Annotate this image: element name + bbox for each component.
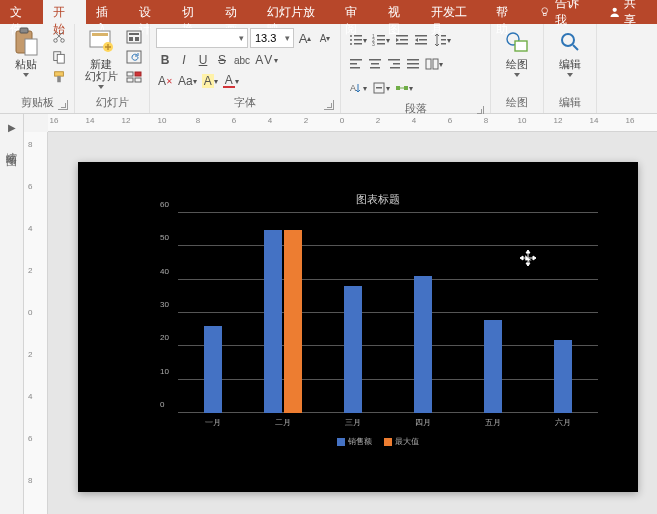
tab-review[interactable]: 审阅 [335,0,378,24]
svg-point-26 [350,39,352,41]
group-slides: 新建 幻灯片 幻灯片 [75,24,150,113]
font-name-combo[interactable]: ▾ [156,28,248,48]
share-button[interactable]: 共享 [599,0,657,24]
highlight-button[interactable]: A▾ [200,72,220,90]
text-shadow-button[interactable]: abc [232,51,252,69]
svg-rect-9 [57,54,64,63]
svg-rect-36 [396,35,408,37]
columns-button[interactable]: ▾ [423,55,445,73]
slide[interactable]: 图表标题 0102030405060 一月二月三月四月五月六月 销售额最大值 [78,162,638,492]
svg-rect-51 [388,59,400,61]
font-size-input[interactable] [251,32,281,44]
tab-home[interactable]: 开始 [43,0,86,24]
thumbnails-label: 缩略图 [4,143,19,149]
horizontal-ruler[interactable]: 1614121086420246810121416 [48,114,657,132]
editing-button[interactable]: 编辑 [550,28,590,77]
svg-rect-38 [396,43,408,45]
paste-button[interactable]: 粘贴 [6,28,46,77]
tab-bar: 文件 开始 插入 设计 切换 动画 幻灯片放映 审阅 视图 开发工具 帮助 告诉… [0,0,657,24]
tab-design[interactable]: 设计 [129,0,172,24]
tab-animation[interactable]: 动画 [215,0,258,24]
align-text-button[interactable]: ▾ [370,79,392,97]
tell-me[interactable]: 告诉我 [529,0,599,24]
expand-thumbnails-button[interactable]: ▶ [8,122,16,133]
svg-rect-47 [350,67,360,69]
group-editing-label: 编辑 [559,96,581,108]
bullets-button[interactable]: ▾ [347,31,369,49]
clipboard-launcher[interactable] [58,100,68,110]
format-painter-button[interactable] [50,68,68,86]
chevron-down-icon[interactable]: ▾ [235,33,247,43]
numbering-button[interactable]: 123▾ [370,31,392,49]
indent-decrease-button[interactable] [393,31,411,49]
chart-bar [414,276,432,413]
strikethrough-button[interactable]: S [213,51,231,69]
ruler-tick: 6 [28,182,32,191]
chart-x-tick: 四月 [388,413,458,428]
ruler-tick: 8 [28,476,32,485]
align-left-icon [349,57,363,71]
vertical-ruler[interactable]: 864202468 [24,132,48,514]
svg-rect-19 [127,51,141,63]
clear-format-button[interactable]: A✕ [156,72,175,90]
underline-icon: U [199,53,208,67]
smartart-button[interactable]: ▾ [393,79,415,97]
ruler-tick: 2 [304,116,308,125]
tab-view[interactable]: 视图 [378,0,421,24]
align-right-button[interactable] [385,55,403,73]
font-color-button[interactable]: A▾ [221,72,241,90]
bold-button[interactable]: B [156,51,174,69]
ruler-tick: 4 [28,392,32,401]
chart-x-tick: 五月 [458,413,528,428]
drawing-label: 绘图 [506,58,528,70]
tab-slideshow[interactable]: 幻灯片放映 [257,0,334,24]
chart-y-tick: 40 [160,266,169,275]
text-direction-button[interactable]: A▾ [347,79,369,97]
chevron-down-icon[interactable]: ▾ [281,33,293,43]
layout-button[interactable] [125,28,143,46]
shrink-font-button[interactable]: A▾ [316,29,334,47]
copy-button[interactable] [50,48,68,66]
char-spacing-button[interactable]: AV▾ [253,51,280,69]
align-left-button[interactable] [347,55,365,73]
svg-rect-46 [350,63,357,65]
spacing-icon: AV [255,53,274,67]
align-justify-button[interactable] [404,55,422,73]
svg-point-2 [612,8,616,12]
columns-icon [425,57,439,71]
svg-rect-43 [441,39,446,41]
font-name-input[interactable] [157,32,235,44]
change-case-button[interactable]: Aa▾ [176,72,199,90]
svg-rect-25 [354,35,362,37]
chart-title: 图表标题 [158,192,598,207]
slide-canvas[interactable]: 图表标题 0102030405060 一月二月三月四月五月六月 销售额最大值 [48,132,657,514]
paste-label: 粘贴 [15,58,37,70]
group-editing: 编辑 编辑 [544,24,597,113]
svg-rect-40 [419,39,427,41]
italic-button[interactable]: I [175,51,193,69]
font-launcher[interactable] [324,100,334,110]
underline-button[interactable]: U [194,51,212,69]
grow-font-button[interactable]: A▴ [296,29,314,47]
chart-object[interactable]: 图表标题 0102030405060 一月二月三月四月五月六月 销售额最大值 [158,192,598,452]
tab-transition[interactable]: 切换 [172,0,215,24]
tab-developer[interactable]: 开发工具 [421,0,487,24]
outdent-icon [395,33,409,47]
tab-help[interactable]: 帮助 [486,0,529,24]
line-spacing-button[interactable]: ▾ [431,31,453,49]
cut-button[interactable] [50,28,68,46]
section-button[interactable] [125,68,143,86]
drawing-button[interactable]: 绘图 [497,28,537,77]
ruler-tick: 6 [448,116,452,125]
group-drawing: 绘图 绘图 [491,24,544,113]
new-slide-button[interactable]: 新建 幻灯片 [81,28,121,89]
align-center-button[interactable] [366,55,384,73]
smartart-icon [395,81,409,95]
reset-button[interactable] [125,48,143,66]
svg-rect-17 [129,37,133,41]
person-icon [609,6,620,18]
tab-insert[interactable]: 插入 [86,0,129,24]
font-size-combo[interactable]: ▾ [250,28,294,48]
indent-increase-button[interactable] [412,31,430,49]
tab-file[interactable]: 文件 [0,0,43,24]
